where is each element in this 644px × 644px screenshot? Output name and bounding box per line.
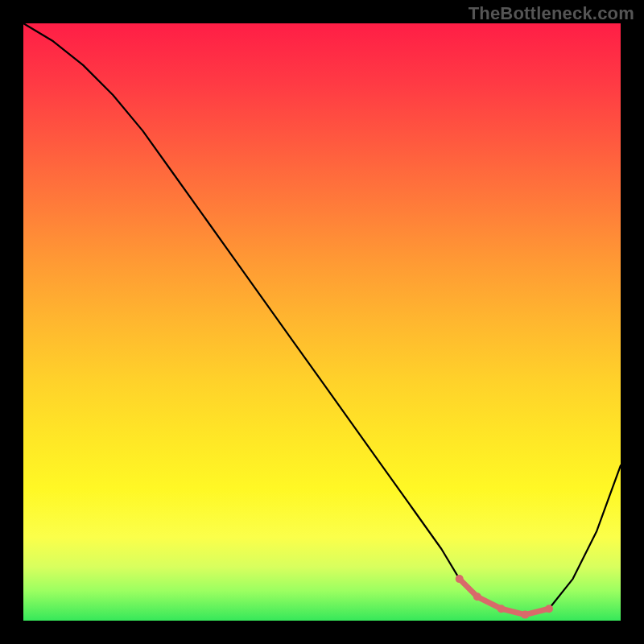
chart-frame: TheBottleneck.com: [0, 0, 644, 644]
optimal-dot: [497, 605, 506, 613]
optimal-dot: [545, 605, 553, 613]
watermark-text: TheBottleneck.com: [469, 3, 634, 24]
optimal-dot: [456, 575, 464, 583]
optimal-dot: [473, 592, 481, 601]
bottleneck-curve-line: [23, 23, 621, 615]
chart-svg: [23, 23, 621, 621]
optimal-dot: [521, 611, 529, 619]
